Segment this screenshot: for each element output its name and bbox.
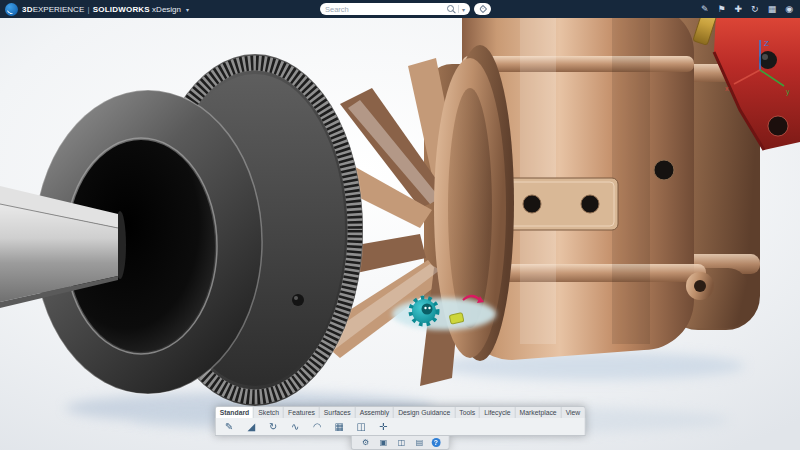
search-icon[interactable] <box>447 5 455 13</box>
measure-icon[interactable]: ✛ <box>374 419 393 434</box>
apps-grid-icon[interactable]: ▦ <box>768 5 777 14</box>
search-box[interactable]: ▾ <box>320 3 470 15</box>
tab-surfaces[interactable]: Surfaces <box>320 407 356 418</box>
flag-icon[interactable]: ⚑ <box>717 5 725 14</box>
action-bar-subtools: ⚙ ▣ ◫ ▤ ? <box>351 436 450 450</box>
3dexperience-compass-logo[interactable] <box>5 3 18 16</box>
section-icon[interactable]: ◫ <box>396 438 408 448</box>
add-icon[interactable]: ✚ <box>735 5 743 14</box>
tab-features[interactable]: Features <box>284 407 320 418</box>
tag-filter-button[interactable] <box>474 3 491 15</box>
action-bar-tabs: Standard Sketch Features Surfaces Assemb… <box>215 406 586 418</box>
search-dropdown-icon[interactable]: ▾ <box>462 6 465 13</box>
tab-lifecycle[interactable]: Lifecycle <box>480 407 515 418</box>
display-style-icon[interactable]: ▤ <box>414 438 426 448</box>
revolve-icon[interactable]: ↻ <box>264 419 283 434</box>
sketch-icon[interactable]: ✎ <box>220 419 239 434</box>
settings-icon[interactable]: ⚙ <box>360 438 372 448</box>
action-bar: Standard Sketch Features Surfaces Assemb… <box>215 406 586 450</box>
help-icon[interactable]: ? <box>432 438 441 447</box>
tab-design-guidance[interactable]: Design Guidance <box>394 407 455 418</box>
search-divider <box>458 5 459 13</box>
sync-icon[interactable]: ↻ <box>751 5 759 14</box>
sweep-icon[interactable]: ∿ <box>286 419 305 434</box>
user-avatar-icon[interactable]: ◉ <box>785 5 793 14</box>
tab-tools[interactable]: Tools <box>455 407 480 418</box>
extrude-icon[interactable]: ◢ <box>242 419 261 434</box>
tab-sketch[interactable]: Sketch <box>254 407 284 418</box>
search-area: ▾ <box>320 3 491 15</box>
pen-icon[interactable]: ✎ <box>701 5 709 14</box>
tab-standard[interactable]: Standard <box>216 407 254 418</box>
view-cube-icon[interactable]: ▣ <box>378 438 390 448</box>
pattern-icon[interactable]: ▦ <box>330 419 349 434</box>
tag-icon <box>478 5 486 13</box>
search-input[interactable] <box>325 4 444 14</box>
brand-area: 3DEXPERIENCE | SOLIDWORKS xDesign ▾ <box>5 3 189 16</box>
top-bar: 3DEXPERIENCE | SOLIDWORKS xDesign ▾ ▾ ✎ … <box>0 0 800 18</box>
mirror-icon[interactable]: ◫ <box>352 419 371 434</box>
topbar-right-icons: ✎ ⚑ ✚ ↻ ▦ ◉ <box>701 0 793 18</box>
triad-x-label: x <box>725 85 729 92</box>
tab-view[interactable]: View <box>562 407 585 418</box>
tab-assembly[interactable]: Assembly <box>356 407 394 418</box>
set-screw-hole[interactable] <box>292 294 304 306</box>
brand-text: 3DEXPERIENCE | SOLIDWORKS xDesign <box>22 5 181 14</box>
action-bar-tools: ✎ ◢ ↻ ∿ ◠ ▦ ◫ ✛ <box>215 418 586 436</box>
fillet-icon[interactable]: ◠ <box>308 419 327 434</box>
triad-y-label: y <box>786 88 790 96</box>
viewport-3d[interactable]: Z x y <box>0 18 800 450</box>
chevron-down-icon[interactable]: ▾ <box>186 6 189 13</box>
tab-marketplace[interactable]: Marketplace <box>516 407 562 418</box>
triad-z-label: Z <box>764 39 769 48</box>
